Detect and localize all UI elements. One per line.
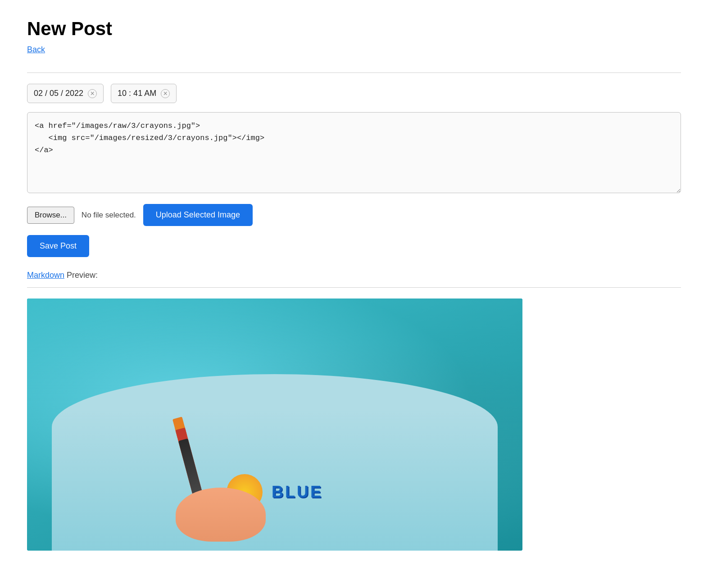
preview-label: Markdown Preview: bbox=[27, 271, 681, 280]
back-link[interactable]: Back bbox=[27, 45, 45, 54]
time-field[interactable]: 10 : 41 AM × bbox=[111, 84, 177, 103]
markdown-link[interactable]: Markdown bbox=[27, 271, 64, 280]
content-textarea[interactable]: <a href="/images/raw/3/crayons.jpg"> <im… bbox=[27, 112, 681, 193]
save-post-button[interactable]: Save Post bbox=[27, 235, 89, 257]
preview-text: Preview: bbox=[64, 271, 98, 280]
no-file-label: No file selected. bbox=[82, 211, 136, 220]
hand-area bbox=[176, 488, 266, 542]
preview-image-container: BLUE bbox=[27, 299, 522, 551]
upload-selected-image-button[interactable]: Upload Selected Image bbox=[143, 204, 253, 226]
date-field[interactable]: 02 / 05 / 2022 × bbox=[27, 84, 104, 103]
date-value: 02 / 05 / 2022 bbox=[34, 89, 83, 98]
file-upload-row: Browse... No file selected. Upload Selec… bbox=[27, 204, 681, 226]
shirt-graphic: BLUE bbox=[96, 470, 453, 515]
crayon-image: BLUE bbox=[27, 299, 522, 551]
divider-preview bbox=[27, 287, 681, 288]
time-clear-button[interactable]: × bbox=[161, 89, 170, 98]
graphic-letters: BLUE bbox=[272, 483, 323, 502]
time-value: 10 : 41 AM bbox=[118, 89, 156, 98]
shirt-area: BLUE bbox=[52, 374, 498, 551]
date-clear-button[interactable]: × bbox=[88, 89, 97, 98]
page-title: New Post bbox=[27, 18, 681, 40]
date-time-row: 02 / 05 / 2022 × 10 : 41 AM × bbox=[27, 84, 681, 103]
divider-top bbox=[27, 72, 681, 73]
browse-button[interactable]: Browse... bbox=[27, 207, 74, 224]
